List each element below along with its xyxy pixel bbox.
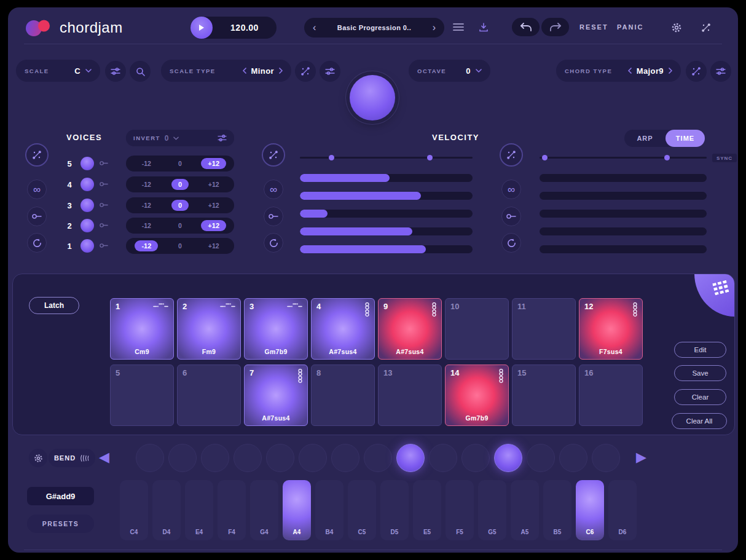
timing-random-button[interactable]	[500, 143, 523, 167]
timing-bar-3[interactable]	[540, 210, 707, 218]
clear-button[interactable]: Clear	[674, 389, 726, 405]
velocity-infinity-button[interactable]: ∞	[264, 179, 283, 199]
velocity-bar-4[interactable]	[300, 192, 473, 200]
play-button[interactable]	[190, 17, 213, 39]
timing-range-slider[interactable]	[540, 157, 707, 159]
voice-knob[interactable]	[80, 239, 94, 253]
voice-knob[interactable]	[80, 157, 94, 170]
scale-type-tune-button[interactable]	[320, 61, 340, 82]
step-knob-11[interactable]	[461, 444, 490, 472]
timing-bar-1[interactable]	[540, 245, 707, 253]
piano-key-f5[interactable]: F5	[446, 480, 474, 540]
pad-11[interactable]: 11	[512, 298, 576, 360]
velocity-range-slider[interactable]	[300, 157, 473, 159]
settings-button[interactable]	[670, 22, 683, 34]
scale-detect-button[interactable]	[130, 61, 151, 82]
bpm-value[interactable]: 120.00	[213, 23, 277, 33]
latch-button[interactable]: Latch	[29, 297, 79, 314]
pad-1[interactable]: 1 Cm9	[110, 298, 174, 360]
piano-key-e5[interactable]: E5	[413, 480, 441, 540]
pad-13[interactable]: 13	[378, 365, 442, 426]
voices-link-button[interactable]	[27, 207, 47, 226]
step-knob-12[interactable]	[494, 444, 522, 472]
pad-4[interactable]: 4 A#7sus4	[311, 298, 375, 360]
velocity-reset-button[interactable]	[264, 233, 283, 253]
step-knob-15[interactable]	[592, 444, 620, 472]
piano-key-e4[interactable]: E4	[185, 480, 213, 540]
piano-key-d6[interactable]: D6	[608, 480, 637, 540]
redo-button[interactable]	[541, 18, 569, 36]
save-preset-button[interactable]	[479, 23, 489, 32]
piano-key-a4[interactable]: A4	[283, 480, 311, 540]
pad-14[interactable]: 14 Gm7b9	[445, 365, 509, 426]
piano-key-f4[interactable]: F4	[218, 480, 246, 540]
voice-transpose-slider[interactable]: -12 0 +12	[126, 176, 234, 192]
edit-button[interactable]: Edit	[674, 342, 726, 358]
voices-random-button[interactable]	[25, 143, 49, 167]
timing-reset-button[interactable]	[501, 233, 521, 253]
chord-type-tune-button[interactable]	[710, 61, 731, 82]
range-handle-start[interactable]	[542, 155, 548, 160]
pad-7[interactable]: 7 A#7sus4	[244, 365, 308, 426]
step-knob-1[interactable]	[136, 444, 164, 472]
range-handle-start[interactable]	[329, 155, 334, 160]
step-knob-14[interactable]	[559, 444, 587, 472]
undo-button[interactable]	[512, 18, 540, 36]
piano-key-g5[interactable]: G5	[478, 480, 506, 540]
pad-bank-corner[interactable]	[694, 274, 735, 317]
randomize-all-button[interactable]	[701, 23, 711, 33]
velocity-link-button[interactable]	[264, 207, 283, 226]
step-knob-5[interactable]	[266, 444, 294, 472]
arp-toggle-button[interactable]: ARP	[624, 135, 666, 142]
step-knob-6[interactable]	[299, 444, 327, 472]
velocity-bar-1[interactable]	[300, 245, 473, 253]
voice-transpose-slider[interactable]: -12 0 +12	[126, 238, 234, 254]
preset-next-button[interactable]: ›	[431, 23, 437, 33]
pad-5[interactable]: 5	[110, 365, 174, 426]
piano-key-d4[interactable]: D4	[152, 480, 181, 540]
chord-type-random-button[interactable]	[686, 61, 707, 82]
voice-transpose-slider[interactable]: -12 0 +12	[126, 218, 234, 234]
step-knob-3[interactable]	[201, 444, 229, 472]
pad-9[interactable]: 9 A#7sus4	[378, 298, 442, 360]
pad-12[interactable]: 12 F7sus4	[579, 298, 643, 360]
step-knob-13[interactable]	[527, 444, 555, 472]
pad-6[interactable]: 6	[177, 365, 241, 426]
voice-knob[interactable]	[80, 219, 94, 232]
time-toggle-button[interactable]: TIME	[666, 130, 705, 147]
presets-button[interactable]: PRESETS	[27, 515, 94, 533]
pad-8[interactable]: 8	[311, 365, 375, 426]
scale-type-random-button[interactable]	[295, 61, 316, 82]
range-handle-end[interactable]	[427, 155, 433, 160]
timing-bar-5[interactable]	[540, 174, 707, 182]
voice-knob[interactable]	[80, 178, 94, 191]
preset-prev-button[interactable]: ‹	[312, 23, 317, 33]
voice-transpose-slider[interactable]: -12 0 +12	[126, 197, 234, 213]
sync-badge[interactable]: SYNC	[712, 154, 737, 162]
scale-select[interactable]: SCALE C	[16, 60, 100, 82]
piano-key-c5[interactable]: C5	[348, 480, 376, 540]
panic-button[interactable]: PANIC	[617, 23, 643, 31]
pad-15[interactable]: 15	[512, 365, 576, 426]
timing-link-button[interactable]	[501, 207, 521, 226]
piano-key-c4[interactable]: C4	[120, 480, 148, 540]
step-knob-9[interactable]	[396, 444, 425, 472]
menu-button[interactable]	[453, 23, 464, 31]
save-button[interactable]: Save	[674, 365, 726, 381]
scale-lock-button[interactable]	[105, 61, 126, 82]
velocity-bar-2[interactable]	[300, 227, 473, 235]
voice-knob[interactable]	[80, 199, 94, 212]
pad-2[interactable]: 2 Fm9	[177, 298, 241, 360]
voices-reset-button[interactable]	[27, 233, 47, 253]
chord-type-prev-button[interactable]	[628, 68, 632, 74]
step-knob-2[interactable]	[168, 444, 197, 472]
timing-bar-2[interactable]	[540, 227, 707, 235]
piano-key-a5[interactable]: A5	[511, 480, 539, 540]
step-knob-4[interactable]	[234, 444, 262, 472]
bend-settings-button[interactable]	[29, 449, 47, 467]
piano-key-b4[interactable]: B4	[315, 480, 344, 540]
chord-type-next-button[interactable]	[669, 68, 672, 74]
timing-bar-4[interactable]	[540, 192, 707, 200]
octave-select[interactable]: OCTAVE 0	[409, 60, 490, 82]
piano-key-c6[interactable]: C6	[576, 480, 604, 540]
